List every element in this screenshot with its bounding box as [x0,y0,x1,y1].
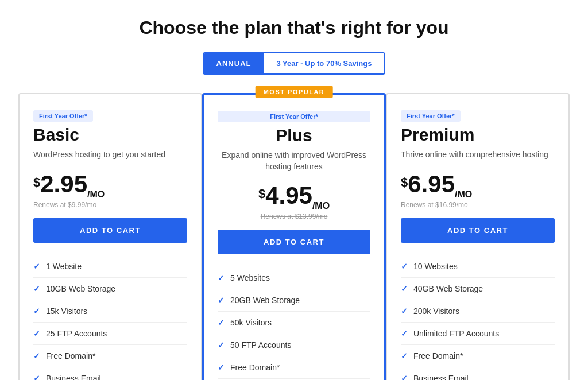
check-icon: ✓ [218,273,225,282]
check-icon: ✓ [218,340,225,350]
most-popular-badge: MOST POPULAR [256,86,333,98]
check-icon: ✓ [401,284,408,293]
feature-item: ✓ Unlimited FTP Accounts [401,323,555,345]
feature-item: ✓ Business Email [33,367,187,380]
feature-list: ✓ 1 Website ✓ 10GB Web Storage ✓ 15k Vis… [33,255,187,380]
feature-text: 10GB Web Storage [46,284,115,293]
feature-text: Unlimited FTP Accounts [413,329,499,338]
add-to-cart-button[interactable]: ADD TO CART [218,230,370,254]
plan-card-premium: First Year Offer* Premium Thrive online … [386,93,570,380]
feature-text: Free Domain* [413,351,463,360]
feature-item: ✓ Free Domain* [218,356,370,379]
first-year-badge: First Year Offer* [33,110,93,122]
toggle-container[interactable]: ANNUAL 3 Year - Up to 70% Savings [203,52,386,75]
first-year-badge: First Year Offer* [218,111,370,122]
plan-price: $6.95/MO [401,171,555,200]
feature-text: 15k Visitors [46,307,87,316]
plan-name: Basic [33,125,187,145]
feature-item: ✓ Free Domain* [33,345,187,367]
check-icon: ✓ [218,296,225,305]
feature-text: 10 Websites [413,262,458,271]
feature-list: ✓ 5 Websites ✓ 20GB Web Storage ✓ 50k Vi… [218,267,370,380]
price-symbol: $ [401,176,408,189]
feature-text: 5 Websites [230,273,270,282]
feature-item: ✓ 50 FTP Accounts [218,334,370,356]
price-symbol: $ [33,176,40,189]
feature-item: ✓ 10 Websites [401,255,555,278]
plan-description: WordPress hosting to get you started [33,149,187,161]
plan-name: Premium [401,125,555,145]
check-icon: ✓ [401,374,408,380]
toggle-3year-button[interactable]: 3 Year - Up to 70% Savings [264,53,384,73]
feature-item: ✓ 1 Website [33,255,187,278]
plan-price: $2.95/MO [33,171,187,200]
feature-text: 50k Visitors [230,318,272,327]
plan-card-plus: MOST POPULAR First Year Offer* Plus Expa… [202,93,386,380]
add-to-cart-button[interactable]: ADD TO CART [33,218,187,243]
renews-at-text: Renews at $13.99/mo [218,212,370,220]
plan-card-basic: First Year Offer* Basic WordPress hostin… [18,93,202,380]
first-year-badge: First Year Offer* [401,110,461,122]
check-icon: ✓ [33,284,40,293]
feature-text: Business Email [413,374,469,380]
check-icon: ✓ [401,307,408,316]
price-symbol: $ [258,187,265,201]
check-icon: ✓ [33,329,40,338]
feature-item: ✓ 10GB Web Storage [33,278,187,300]
check-icon: ✓ [33,351,40,360]
toggle-annual-button[interactable]: ANNUAL [204,53,264,73]
plan-description: Expand online with improved WordPress ho… [218,150,370,172]
plans-container: First Year Offer* Basic WordPress hostin… [18,93,570,380]
plan-description: Thrive online with comprehensive hosting [401,149,555,161]
plan-name: Plus [218,126,370,145]
feature-text: 40GB Web Storage [413,284,483,293]
feature-text: 1 Website [46,262,82,271]
check-icon: ✓ [401,329,408,338]
feature-text: Free Domain* [46,351,95,360]
feature-item: ✓ Free Domain* [401,345,555,367]
feature-text: Business Email [46,374,101,380]
feature-list: ✓ 10 Websites ✓ 40GB Web Storage ✓ 200k … [401,255,555,380]
price-period: /MO [455,189,472,199]
check-icon: ✓ [33,307,40,316]
billing-toggle: ANNUAL 3 Year - Up to 70% Savings [11,52,577,75]
feature-text: 50 FTP Accounts [230,340,291,350]
feature-item: ✓ 20GB Web Storage [218,289,370,312]
feature-item: ✓ 40GB Web Storage [401,278,555,300]
feature-item: ✓ Business Email [401,367,555,380]
feature-item: ✓ 200k Visitors [401,300,555,323]
feature-item: ✓ 15k Visitors [33,300,187,323]
feature-item: ✓ 5 Websites [218,267,370,289]
add-to-cart-button[interactable]: ADD TO CART [401,218,555,243]
price-period: /MO [87,189,105,199]
renews-at-text: Renews at $16.99/mo [401,201,555,209]
check-icon: ✓ [33,262,40,271]
price-period: /MO [312,201,330,211]
feature-text: 20GB Web Storage [230,296,300,305]
check-icon: ✓ [401,262,408,271]
feature-item: ✓ 50k Visitors [218,312,370,334]
plan-price: $4.95/MO [218,183,370,211]
renews-at-text: Renews at $9.99/mo [33,201,187,209]
check-icon: ✓ [33,374,40,380]
check-icon: ✓ [218,318,225,327]
check-icon: ✓ [218,363,225,372]
feature-text: Free Domain* [230,363,280,372]
feature-text: 200k Visitors [413,307,459,316]
feature-text: 25 FTP Accounts [46,329,107,338]
check-icon: ✓ [401,351,408,360]
page-title: Choose the plan that's right for you [11,17,577,38]
feature-item: ✓ 25 FTP Accounts [33,323,187,345]
